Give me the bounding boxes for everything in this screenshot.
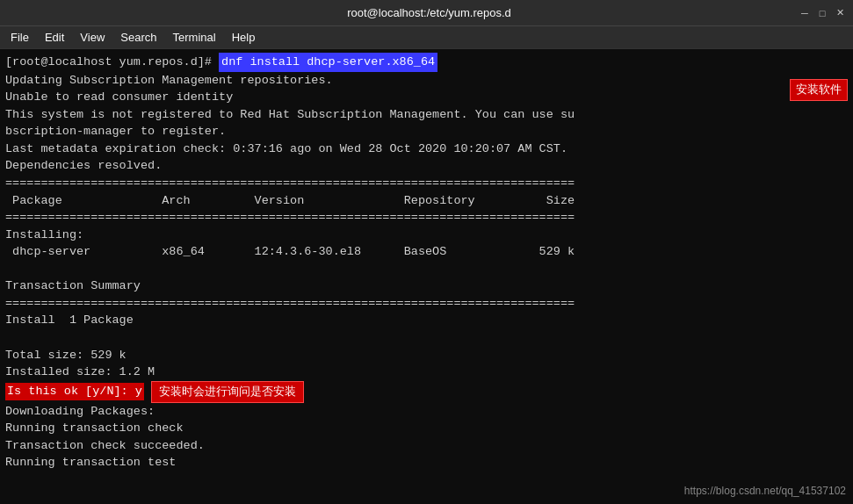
output-line-6: Dependencies resolved. [5, 157, 848, 175]
restore-button[interactable]: □ [816, 7, 828, 19]
install-count: Install 1 Package [5, 312, 848, 329]
installed-size: Installed size: 1.2 M [5, 364, 848, 381]
menu-help[interactable]: Help [225, 29, 263, 46]
separator-3: ========================================… [5, 295, 848, 313]
check-succeeded: Transaction check succeeded. [5, 437, 848, 455]
annotation-ask: 安装时会进行询问是否安装 [151, 381, 304, 403]
minimize-button[interactable]: ─ [799, 7, 811, 19]
blank-2 [5, 329, 848, 347]
running-test: Running transaction test [5, 454, 848, 472]
annotation-install: 安装软件 [790, 79, 848, 101]
window-controls: ─ □ ✕ [799, 7, 846, 19]
terminal-window: root@localhost:/etc/yum.repos.d ─ □ ✕ Fi… [0, 0, 853, 504]
close-button[interactable]: ✕ [834, 7, 846, 19]
transaction-summary: Transaction Summary [5, 277, 848, 295]
output-line-4: bscription-manager to register. [5, 123, 848, 140]
separator-1: ========================================… [5, 175, 848, 192]
installing-label: Installing: [5, 227, 848, 244]
output-line-2: Unable to read consumer identity [5, 89, 848, 106]
terminal-body[interactable]: [root@localhost yum.repos.d]# dnf instal… [0, 49, 853, 504]
menu-file[interactable]: File [4, 29, 36, 46]
menu-search[interactable]: Search [113, 29, 163, 46]
total-size: Total size: 529 k [5, 347, 848, 364]
separator-2: ========================================… [5, 209, 848, 227]
running-check: Running transaction check [5, 420, 848, 437]
table-header: Package Arch Version Repository Size [5, 192, 848, 210]
downloading: Downloading Packages: [5, 403, 848, 421]
output-line-1: Updating Subscription Management reposit… [5, 72, 848, 90]
command-text: dnf install dhcp-server.x86_64 [219, 53, 437, 72]
output-line-3: This system is not registered to Red Hat… [5, 106, 848, 124]
menu-terminal[interactable]: Terminal [166, 29, 223, 46]
watermark: https://blog.csdn.net/qq_41537102 [684, 484, 846, 499]
ok-prompt-line: Is this ok [y/N]: y 安装时会进行询问是否安装 [5, 381, 848, 403]
menu-bar: File Edit View Search Terminal Help [0, 26, 853, 49]
blank-1 [5, 261, 848, 278]
ok-prompt-text: Is this ok [y/N]: y [5, 383, 144, 400]
title-bar: root@localhost:/etc/yum.repos.d ─ □ ✕ [0, 0, 853, 26]
window-title: root@localhost:/etc/yum.repos.d [60, 6, 799, 19]
menu-view[interactable]: View [73, 29, 112, 46]
menu-edit[interactable]: Edit [38, 29, 71, 46]
shell-prompt: [root@localhost yum.repos.d]# [5, 54, 219, 71]
command-line: [root@localhost yum.repos.d]# dnf instal… [5, 53, 848, 72]
package-row: dhcp-server x86_64 12:4.3.6-30.el8 BaseO… [5, 243, 848, 261]
output-line-5: Last metadata expiration check: 0:37:16 … [5, 140, 848, 158]
